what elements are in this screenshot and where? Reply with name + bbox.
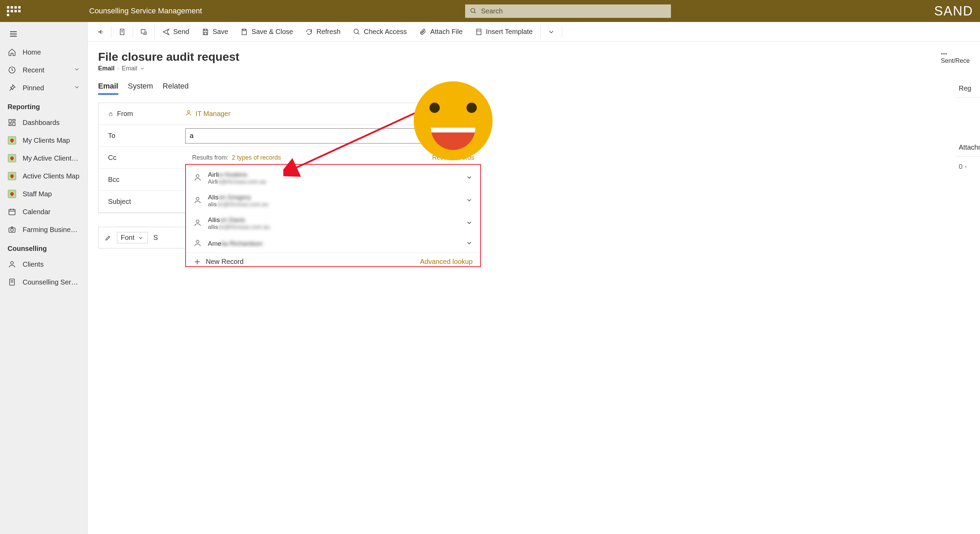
chevron-down-icon[interactable] bbox=[140, 66, 145, 71]
chevron-down-icon[interactable] bbox=[466, 197, 473, 205]
sidebar-item-label: Staff Map bbox=[23, 190, 80, 198]
map-icon bbox=[8, 136, 16, 145]
sidebar-item-my-active-clients[interactable]: My Active Clients ... bbox=[0, 149, 88, 167]
lock-icon bbox=[108, 111, 113, 117]
sidebar-item-recent[interactable]: Recent bbox=[0, 61, 88, 79]
sidebar-item-label: Home bbox=[23, 48, 80, 56]
app-launcher-icon[interactable] bbox=[7, 6, 21, 16]
lookup-result-item[interactable]: Allison Davisallison@rfcnssa.com.au bbox=[186, 212, 480, 235]
sidebar-item-counselling-service[interactable]: Counselling Servi... bbox=[0, 273, 88, 291]
to-row: To bbox=[99, 125, 475, 147]
lookup-types-link[interactable]: 2 types of records bbox=[232, 154, 281, 161]
from-label: From bbox=[108, 110, 185, 118]
main: Send Save Save & Close Refresh Check Acc… bbox=[88, 22, 980, 534]
from-value[interactable]: IT Manager bbox=[185, 110, 466, 118]
attachments-panel[interactable]: Attachm bbox=[956, 139, 980, 156]
search-input[interactable] bbox=[477, 7, 666, 15]
chevron-down-icon bbox=[74, 84, 80, 92]
sidebar-item-my-clients-map[interactable]: My Clients Map bbox=[0, 131, 88, 149]
svg-rect-27 bbox=[204, 32, 207, 34]
sidebar-section-counselling: Counselling bbox=[0, 239, 88, 255]
home-icon bbox=[8, 48, 16, 57]
sidebar-item-pinned[interactable]: Pinned bbox=[0, 79, 88, 97]
svg-point-34 bbox=[188, 110, 190, 113]
svg-rect-26 bbox=[204, 29, 207, 30]
dashboard-icon bbox=[8, 118, 16, 127]
lookup-result-item[interactable]: Amelia Richardson bbox=[186, 235, 480, 253]
svg-line-30 bbox=[358, 33, 359, 34]
attach-file-button[interactable]: Attach File bbox=[413, 22, 469, 41]
insert-template-button[interactable]: Insert Template bbox=[469, 22, 539, 41]
content: File closure audit request Email · Email… bbox=[88, 42, 980, 534]
search-icon bbox=[470, 8, 477, 14]
popout-button[interactable] bbox=[134, 22, 153, 41]
form-icon bbox=[8, 277, 16, 287]
refresh-button[interactable]: Refresh bbox=[299, 22, 347, 41]
chevron-down-icon[interactable] bbox=[466, 239, 473, 248]
sidebar-item-dashboards[interactable]: Dashboards bbox=[0, 113, 88, 131]
to-input-field[interactable] bbox=[190, 132, 454, 140]
status-column: --- Sent/Rece bbox=[941, 50, 970, 65]
svg-point-38 bbox=[196, 197, 199, 200]
person-icon bbox=[185, 110, 192, 118]
send-button[interactable]: Send bbox=[156, 22, 196, 41]
sidebar-item-staff-map[interactable]: Staff Map bbox=[0, 185, 88, 203]
right-panels: Reg Attachm 0 - bbox=[956, 80, 980, 177]
cc-label: Cc bbox=[108, 154, 116, 162]
svg-point-39 bbox=[196, 220, 199, 223]
chevron-down-icon bbox=[74, 66, 80, 74]
new-record-button[interactable]: New Record bbox=[194, 258, 243, 266]
lookup-footer: New Record Advanced lookup bbox=[186, 253, 480, 267]
sidebar-item-home[interactable]: Home bbox=[0, 43, 88, 61]
global-search[interactable] bbox=[465, 5, 671, 18]
sidebar-item-label: Farming Business ... bbox=[23, 226, 80, 234]
attach-file-label: Attach File bbox=[430, 28, 462, 36]
map-icon bbox=[8, 154, 16, 163]
svg-rect-25 bbox=[141, 29, 145, 33]
commandbar: Send Save Save & Close Refresh Check Acc… bbox=[88, 22, 980, 42]
chevron-down-icon[interactable] bbox=[466, 219, 473, 228]
lookup-result-item[interactable]: Airlie HuskinsAirlie@rfcnssa.com.au bbox=[186, 167, 480, 190]
tab-system[interactable]: System bbox=[128, 82, 153, 95]
search-icon[interactable] bbox=[454, 132, 461, 139]
subject-label: Subject bbox=[108, 198, 131, 206]
save-button[interactable]: Save bbox=[196, 22, 235, 41]
svg-rect-7 bbox=[13, 120, 15, 121]
sidebar-item-clients[interactable]: Clients bbox=[0, 255, 88, 273]
chevron-down-icon[interactable] bbox=[466, 174, 473, 182]
save-close-button[interactable]: Save & Close bbox=[234, 22, 299, 41]
sidebar-item-calendar[interactable]: Calendar bbox=[0, 203, 88, 221]
sidebar-item-farming-business[interactable]: Farming Business ... bbox=[0, 221, 88, 239]
regarding-panel[interactable]: Reg bbox=[956, 80, 980, 97]
font-select[interactable]: Font bbox=[117, 232, 148, 243]
check-access-button[interactable]: Check Access bbox=[347, 22, 413, 41]
app-title: Counselling Service Management bbox=[89, 6, 202, 16]
form-selector-button[interactable] bbox=[113, 22, 131, 41]
svg-rect-8 bbox=[13, 123, 15, 126]
advanced-lookup-link[interactable]: Advanced lookup bbox=[420, 258, 473, 266]
sidebar-item-label: Pinned bbox=[23, 84, 68, 92]
check-access-label: Check Access bbox=[364, 28, 407, 36]
sidebar-item-label: Recent bbox=[23, 66, 68, 74]
to-input[interactable] bbox=[185, 128, 466, 143]
tab-email[interactable]: Email bbox=[98, 82, 118, 95]
bcc-label: Bcc bbox=[108, 176, 119, 183]
hamburger-button[interactable] bbox=[0, 22, 88, 43]
svg-point-37 bbox=[196, 175, 199, 177]
lookup-recent-link[interactable]: Recent records bbox=[432, 154, 474, 161]
form-tabs: Email System Related bbox=[98, 82, 970, 95]
brush-icon[interactable] bbox=[105, 234, 111, 241]
lookup-result-item[interactable]: Alison Gregoryalison@rfcnssa.com.au bbox=[186, 190, 480, 212]
topbar: Counselling Service Management SAND bbox=[0, 0, 980, 22]
tab-related[interactable]: Related bbox=[162, 82, 189, 95]
back-button[interactable] bbox=[91, 22, 110, 41]
sidebar-item-active-clients-map[interactable]: Active Clients Map bbox=[0, 167, 88, 185]
lookup-dropdown: Results from: 2 types of records Recent … bbox=[185, 149, 481, 267]
sidebar-item-label: My Clients Map bbox=[23, 137, 80, 145]
svg-point-29 bbox=[354, 29, 358, 33]
person-icon bbox=[194, 196, 202, 206]
svg-rect-28 bbox=[243, 29, 246, 30]
overflow-button[interactable] bbox=[542, 22, 560, 41]
person-icon bbox=[194, 218, 202, 228]
pin-icon bbox=[8, 83, 16, 92]
